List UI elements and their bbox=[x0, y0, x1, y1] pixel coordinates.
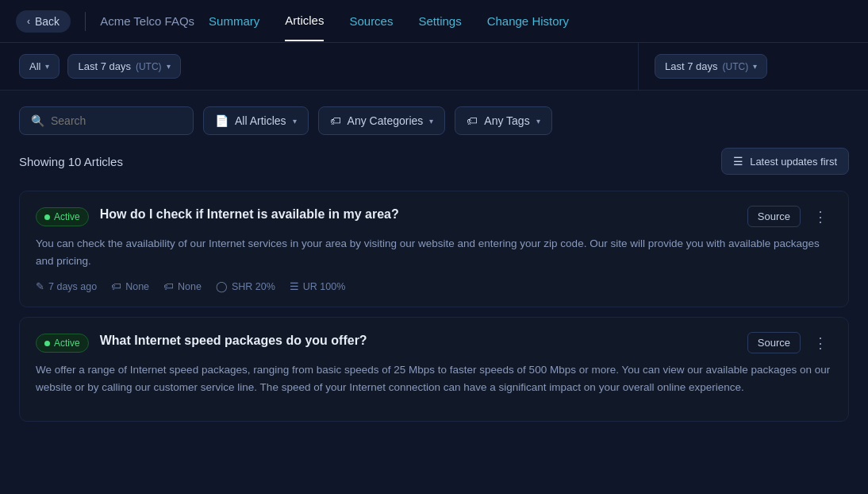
article-actions: Source ⋮ bbox=[747, 332, 832, 353]
tags-chevron-icon: ▾ bbox=[536, 117, 540, 125]
showing-count: Showing 10 Articles bbox=[19, 155, 123, 168]
all-articles-icon: 📄 bbox=[215, 114, 229, 127]
all-articles-chevron-icon: ▾ bbox=[293, 117, 297, 125]
article-card: Active How do I check if Internet is ava… bbox=[19, 191, 849, 307]
date-filter-tz: (UTC) bbox=[136, 61, 162, 72]
back-chevron-icon: ‹ bbox=[27, 16, 30, 27]
date-filter-chevron-icon: ▾ bbox=[167, 62, 171, 71]
back-button[interactable]: ‹ Back bbox=[16, 10, 71, 33]
categories-icon: 🏷 bbox=[330, 114, 341, 127]
article-header: Active What Internet speed packages do y… bbox=[36, 332, 832, 353]
date-filter-btn[interactable]: Last 7 days (UTC) ▾ bbox=[67, 54, 180, 79]
more-options-button[interactable]: ⋮ bbox=[808, 206, 832, 227]
sort-button[interactable]: ☰ Latest updates first bbox=[721, 148, 849, 175]
right-date-filter-label: Last 7 days bbox=[665, 60, 718, 72]
meta-tag1-text: None bbox=[125, 281, 149, 292]
ur-icon: ☰ bbox=[290, 280, 299, 292]
date-filter-label: Last 7 days bbox=[78, 60, 131, 72]
all-filter-chevron-icon: ▾ bbox=[45, 62, 49, 71]
article-body: You can check the availability of our In… bbox=[36, 235, 832, 269]
nav-link-articles[interactable]: Articles bbox=[285, 1, 324, 41]
tag1-icon: 🏷 bbox=[111, 280, 121, 292]
all-filter-btn[interactable]: All ▾ bbox=[19, 54, 60, 79]
top-filter-area: All ▾ Last 7 days (UTC) ▾ Last 7 days (U… bbox=[0, 43, 868, 91]
main-content: 🔍 📄 All Articles ▾ 🏷 Any Categories ▾ 🏷 … bbox=[0, 91, 868, 447]
meta-updated: ✎ 7 days ago bbox=[36, 280, 97, 292]
any-tags-btn[interactable]: 🏷 Any Tags ▾ bbox=[455, 106, 551, 135]
breadcrumb: Acme Telco FAQs bbox=[100, 14, 194, 28]
any-categories-label: Any Categories bbox=[348, 114, 424, 127]
search-input[interactable] bbox=[51, 114, 182, 127]
all-articles-label: All Articles bbox=[235, 114, 286, 127]
any-categories-btn[interactable]: 🏷 Any Categories ▾ bbox=[318, 106, 446, 135]
article-actions: Source ⋮ bbox=[747, 206, 832, 227]
search-icon: 🔍 bbox=[31, 114, 44, 127]
source-button[interactable]: Source bbox=[747, 332, 801, 353]
meta-shr-text: SHR 20% bbox=[232, 281, 275, 292]
article-title: What Internet speed packages do you offe… bbox=[100, 332, 736, 349]
shr-icon: ◯ bbox=[216, 280, 228, 292]
back-label: Back bbox=[35, 15, 60, 28]
search-filter-row: 🔍 📄 All Articles ▾ 🏷 Any Categories ▾ 🏷 … bbox=[19, 106, 849, 135]
nav-link-settings[interactable]: Settings bbox=[418, 2, 461, 41]
status-badge: Active bbox=[36, 334, 89, 353]
status-dot-icon bbox=[44, 341, 50, 346]
nav-link-summary[interactable]: Summary bbox=[209, 2, 259, 41]
article-title: How do I check if Internet is available … bbox=[100, 206, 736, 223]
meta-shr: ◯ SHR 20% bbox=[216, 280, 275, 292]
source-button[interactable]: Source bbox=[747, 206, 801, 227]
meta-tag2: 🏷 None bbox=[163, 280, 202, 292]
categories-chevron-icon: ▾ bbox=[429, 117, 433, 125]
right-date-chevron-icon: ▾ bbox=[753, 62, 757, 71]
tags-icon: 🏷 bbox=[467, 114, 478, 127]
meta-updated-text: 7 days ago bbox=[48, 281, 97, 292]
meta-tag2-text: None bbox=[178, 281, 202, 292]
meta-ur: ☰ UR 100% bbox=[290, 280, 346, 292]
nav-links: Summary Articles Sources Settings Change… bbox=[209, 1, 569, 41]
sort-icon: ☰ bbox=[733, 155, 743, 168]
status-dot-icon bbox=[44, 214, 50, 220]
status-label: Active bbox=[54, 211, 80, 222]
all-articles-btn[interactable]: 📄 All Articles ▾ bbox=[203, 106, 309, 135]
article-meta: ✎ 7 days ago 🏷 None 🏷 None ◯ SHR 20% ☰ U… bbox=[36, 280, 832, 292]
nav-link-sources[interactable]: Sources bbox=[349, 2, 393, 41]
tag2-icon: 🏷 bbox=[163, 280, 174, 292]
edit-icon: ✎ bbox=[36, 280, 44, 292]
sort-label: Latest updates first bbox=[750, 156, 837, 168]
status-badge: Active bbox=[36, 207, 89, 226]
top-right-filters: Last 7 days (UTC) ▾ bbox=[638, 43, 868, 90]
article-body: We offer a range of Internet speed packa… bbox=[36, 361, 832, 396]
article-card: Active What Internet speed packages do y… bbox=[19, 317, 849, 422]
nav-link-change-history[interactable]: Change History bbox=[487, 2, 569, 41]
nav-divider bbox=[85, 12, 86, 31]
more-options-button[interactable]: ⋮ bbox=[808, 333, 832, 353]
all-filter-label: All bbox=[29, 60, 40, 72]
status-label: Active bbox=[54, 338, 80, 349]
top-nav: ‹ Back Acme Telco FAQs Summary Articles … bbox=[0, 0, 868, 43]
right-date-tz: (UTC) bbox=[723, 61, 749, 72]
meta-ur-text: UR 100% bbox=[303, 281, 346, 292]
any-tags-label: Any Tags bbox=[484, 114, 529, 127]
search-box[interactable]: 🔍 bbox=[19, 106, 194, 135]
showing-row: Showing 10 Articles ☰ Latest updates fir… bbox=[19, 148, 849, 175]
meta-tag1: 🏷 None bbox=[111, 280, 149, 292]
article-header: Active How do I check if Internet is ava… bbox=[36, 206, 832, 227]
top-left-filters: All ▾ Last 7 days (UTC) ▾ bbox=[0, 43, 638, 90]
right-date-filter-btn[interactable]: Last 7 days (UTC) ▾ bbox=[655, 54, 767, 79]
